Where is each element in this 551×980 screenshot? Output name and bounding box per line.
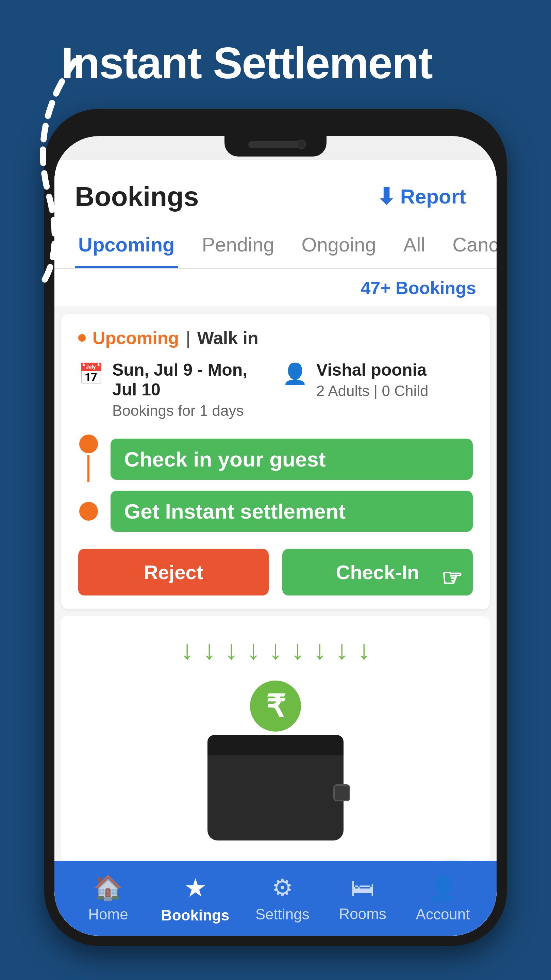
status-divider: | — [186, 328, 191, 348]
action-buttons: Reject Check-In ☞ — [78, 549, 473, 595]
step-1-row: Check in your guest — [78, 434, 473, 484]
step-1-indicator — [78, 434, 98, 484]
arrows-container: ↓ ↓ ↓ ↓ ↓ ↓ ↓ ↓ ↓ — [180, 636, 371, 663]
guest-text: Vishal poonia 2 Adults | 0 Child — [316, 360, 428, 399]
guest-name: Vishal poonia — [316, 360, 428, 380]
rupee-symbol: ₹ — [266, 688, 285, 724]
booking-status-row: Upcoming | Walk in — [78, 328, 473, 348]
tab-upcoming[interactable]: Upcoming — [75, 223, 178, 268]
step-1-line — [87, 455, 89, 482]
date-range: Sun, Jul 9 - Mon, Jul 10 — [112, 360, 269, 399]
date-text: Sun, Jul 9 - Mon, Jul 10 Bookings for 1 … — [112, 360, 269, 419]
booking-card: Upcoming | Walk in 📅 Sun, Jul 9 - Mon, J… — [61, 314, 490, 609]
nav-rooms-label: Rooms — [339, 905, 386, 923]
arrow-2: ↓ — [202, 636, 216, 663]
arrow-8: ↓ — [335, 636, 349, 663]
report-label: Report — [400, 185, 466, 208]
nav-home[interactable]: 🏠 Home — [81, 874, 135, 923]
step-2-text: Get Instant settlement — [124, 500, 346, 523]
guest-details: 2 Adults | 0 Child — [316, 382, 428, 399]
tab-ongoing[interactable]: Ongoing — [298, 223, 379, 268]
nav-bookings-label: Bookings — [161, 907, 229, 924]
arrow-4: ↓ — [246, 636, 260, 663]
tab-cancelled[interactable]: Canc... — [449, 223, 497, 268]
tab-all[interactable]: All — [400, 223, 429, 268]
step-2-indicator — [78, 502, 98, 520]
arrow-3: ↓ — [224, 636, 238, 663]
bookings-count-label: 47+ Bookings — [54, 269, 497, 307]
checkin-label: Check-In — [336, 561, 419, 583]
phone-speaker — [248, 141, 303, 148]
nav-account[interactable]: 👤 Account — [416, 874, 470, 923]
download-icon: ⬇ — [377, 184, 395, 209]
nav-home-label: Home — [88, 906, 128, 923]
steps-section: Check in your guest Get Instant settleme… — [78, 434, 473, 539]
arrow-7: ↓ — [313, 636, 327, 663]
booking-days: Bookings for 1 days — [112, 402, 269, 419]
phone-notch — [224, 136, 327, 156]
booking-info-row: 📅 Sun, Jul 9 - Mon, Jul 10 Bookings for … — [78, 360, 473, 419]
step-1-circle — [79, 434, 98, 453]
account-icon: 👤 — [428, 874, 458, 902]
report-button[interactable]: ⬇ Report — [367, 177, 476, 216]
status-label: Upcoming — [92, 328, 179, 348]
dashed-curve-decoration — [21, 54, 89, 293]
reject-button[interactable]: Reject — [78, 549, 269, 595]
walkin-label: Walk in — [197, 328, 259, 348]
rooms-icon: 🛏 — [351, 874, 375, 901]
calendar-icon: 📅 — [78, 362, 104, 386]
tab-pending[interactable]: Pending — [198, 223, 278, 268]
booking-tabs: Upcoming Pending Ongoing All Canc... — [54, 216, 497, 269]
guest-info: 👤 Vishal poonia 2 Adults | 0 Child — [282, 360, 473, 399]
step-2-circle — [79, 502, 98, 520]
nav-settings-label: Settings — [256, 906, 310, 923]
rupee-circle: ₹ — [250, 681, 301, 732]
arrow-1: ↓ — [180, 636, 194, 663]
phone-frame: Bookings ⬇ Report Upcoming Pending Ongoi… — [44, 109, 507, 946]
wallet-image — [208, 745, 343, 840]
home-icon: 🏠 — [93, 874, 123, 902]
star-icon: ★ — [184, 873, 207, 903]
date-info: 📅 Sun, Jul 9 - Mon, Jul 10 Bookings for … — [78, 360, 269, 419]
arrow-9: ↓ — [357, 636, 371, 663]
arrow-5: ↓ — [269, 636, 282, 663]
settings-icon: ⚙ — [272, 874, 293, 902]
app-header: Bookings ⬇ Report — [54, 160, 497, 216]
checkin-button[interactable]: Check-In ☞ — [282, 549, 473, 595]
header-title: Bookings — [75, 181, 198, 212]
nav-settings[interactable]: ⚙ Settings — [255, 874, 310, 923]
step-1-box: Check in your guest — [111, 439, 473, 480]
step-2-row: Get Instant settlement — [78, 491, 473, 532]
nav-bookings[interactable]: ★ Bookings — [161, 873, 229, 924]
step-2-box: Get Instant settlement — [111, 491, 473, 532]
bottom-nav: 🏠 Home ★ Bookings ⚙ Settings 🛏 Rooms 👤 — [54, 861, 497, 936]
page-title: Instant Settlement — [61, 37, 432, 89]
nav-account-label: Account — [416, 906, 470, 923]
nav-rooms[interactable]: 🛏 Rooms — [335, 874, 390, 923]
wallet-flap — [208, 735, 343, 756]
cursor-icon: ☞ — [441, 564, 462, 592]
phone-screen: Bookings ⬇ Report Upcoming Pending Ongoi… — [54, 136, 497, 936]
person-icon: 👤 — [282, 362, 308, 386]
wallet-clasp — [333, 784, 350, 801]
phone-camera — [297, 140, 306, 149]
screen-content: Bookings ⬇ Report Upcoming Pending Ongoi… — [54, 160, 497, 936]
arrow-6: ↓ — [291, 636, 305, 663]
wallet-section: ↓ ↓ ↓ ↓ ↓ ↓ ↓ ↓ ↓ ₹ — [61, 616, 490, 861]
status-dot — [78, 334, 86, 342]
step-1-text: Check in your guest — [124, 447, 326, 471]
